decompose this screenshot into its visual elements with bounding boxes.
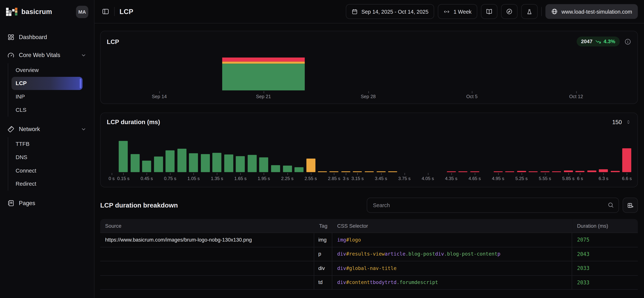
histogram-bar[interactable] xyxy=(494,172,502,172)
histogram-bar[interactable] xyxy=(447,172,456,172)
column-header-duration-ms[interactable]: Duration (ms) xyxy=(572,219,638,232)
column-settings-button[interactable] xyxy=(623,198,638,213)
sidebar-toggle-button[interactable] xyxy=(102,8,109,15)
histogram-bar[interactable] xyxy=(505,172,514,172)
sidebar-item-overview[interactable]: Overview xyxy=(12,63,82,76)
histogram-bar[interactable] xyxy=(224,154,233,172)
cell-duration: 2043 xyxy=(572,247,638,261)
histogram-bar[interactable] xyxy=(166,150,174,172)
histogram-bar[interactable] xyxy=(611,171,620,172)
bucket-count-stepper[interactable]: 150 xyxy=(612,118,631,125)
histogram-bar[interactable] xyxy=(119,141,128,172)
stacked-bar[interactable] xyxy=(222,58,305,90)
histogram-bar[interactable] xyxy=(294,167,304,172)
histogram-bar[interactable] xyxy=(587,170,596,172)
x-tick-label: 0.45 s xyxy=(140,176,153,181)
column-header-tag[interactable]: Tag xyxy=(314,219,332,232)
column-header-source[interactable]: Source xyxy=(100,219,314,232)
histogram-bar[interactable] xyxy=(365,172,374,172)
histogram-bar[interactable] xyxy=(470,172,479,172)
histogram-bar[interactable] xyxy=(564,170,573,172)
x-tick-label: Sep 21 xyxy=(256,94,271,99)
content: LCP 2047 4.3% Sep 14Sep 21Sep 28Oct 5Oct… xyxy=(94,23,644,290)
info-icon[interactable] xyxy=(624,38,631,45)
sidebar-item-pages[interactable]: Pages xyxy=(0,196,94,210)
sidebar-item-inp[interactable]: INP xyxy=(12,90,82,103)
sidebar-item-redirect[interactable]: Redirect xyxy=(12,177,82,190)
histogram-bar[interactable] xyxy=(189,153,198,172)
chevron-down-icon xyxy=(80,52,87,58)
sidebar-item-dashboard[interactable]: Dashboard xyxy=(0,30,94,44)
histogram-bar[interactable] xyxy=(318,172,327,172)
host-selector[interactable]: www.load-test-simulation.com xyxy=(546,4,638,19)
histogram-bar[interactable] xyxy=(353,172,362,172)
histogram-bar[interactable] xyxy=(517,171,526,172)
sidebar-item-label: TTFB xyxy=(16,141,30,147)
histogram-bar[interactable] xyxy=(552,172,561,172)
selector-token: div xyxy=(337,280,346,285)
histogram-bar[interactable] xyxy=(271,165,280,172)
user-location-button[interactable] xyxy=(521,4,538,19)
main-area: LCP Sep 14, 2025 - Oct 14, 2025 1 Week w… xyxy=(94,0,644,298)
x-tick-label: 0.75 s xyxy=(164,176,176,181)
cell-tag: div xyxy=(314,261,332,275)
histogram-bar[interactable] xyxy=(341,172,350,172)
compass-button[interactable] xyxy=(501,4,518,19)
sidebar-item-core-web-vitals[interactable]: Core Web Vitals xyxy=(0,48,94,62)
date-range-button[interactable]: Sep 14, 2025 - Oct 14, 2025 xyxy=(346,4,434,19)
compass-icon xyxy=(506,8,512,15)
selector-token: .forumdescript xyxy=(396,280,438,285)
chevrons-up-down-icon xyxy=(626,119,631,125)
histogram-bar[interactable] xyxy=(283,166,292,172)
selector-token: #content xyxy=(346,280,370,285)
histogram-bar[interactable] xyxy=(599,170,608,172)
selector-token: .blog-post-content xyxy=(444,251,498,257)
histogram-bar[interactable] xyxy=(154,156,163,172)
histogram-bar[interactable] xyxy=(306,158,315,172)
histogram-bar[interactable] xyxy=(248,155,256,172)
histogram-bar[interactable] xyxy=(201,154,210,172)
x-tick-label: Oct 12 xyxy=(569,94,583,99)
histogram-bar[interactable] xyxy=(236,156,245,172)
histogram-bar[interactable] xyxy=(529,171,538,172)
histogram-bar[interactable] xyxy=(540,171,550,172)
histogram-bar[interactable] xyxy=(212,153,222,172)
histogram-bar[interactable] xyxy=(576,171,584,172)
sidebar-item-connect[interactable]: Connect xyxy=(12,164,82,177)
docs-button[interactable] xyxy=(481,4,498,19)
histogram-bar[interactable] xyxy=(260,158,268,172)
bucket-count-value: 150 xyxy=(612,118,622,125)
histogram-bar[interactable] xyxy=(622,148,631,172)
column-header-css-selector[interactable]: CSS Selector xyxy=(332,219,572,232)
cell-css-selector: img#logo xyxy=(332,232,572,247)
sidebar-item-cls[interactable]: CLS xyxy=(12,104,82,117)
histogram-bar[interactable] xyxy=(458,172,468,172)
sidebar-item-label: DNS xyxy=(16,154,28,160)
bar-segment-good xyxy=(222,64,305,90)
sidebar-item-network[interactable]: Network xyxy=(0,122,94,136)
avatar[interactable]: MA xyxy=(76,6,88,18)
lcp-histogram-chart[interactable]: 0 s0.15 s0.45 s0.75 s1.05 s1.35 s1.65 s1… xyxy=(106,131,630,172)
histogram-bar[interactable] xyxy=(130,154,140,172)
x-tick xyxy=(451,173,452,175)
sidebar-item-lcp[interactable]: LCP xyxy=(12,77,82,90)
histogram-bar[interactable] xyxy=(330,171,339,172)
sidebar-item-dns[interactable]: DNS xyxy=(12,150,82,164)
x-tick-label: 1.95 s xyxy=(258,176,270,181)
trending-down-icon xyxy=(595,38,601,44)
x-tick xyxy=(311,173,311,175)
lcp-trend-chart[interactable]: Sep 14Sep 21Sep 28Oct 5Oct 12 xyxy=(106,47,630,90)
x-tick xyxy=(217,173,217,175)
search-input[interactable] xyxy=(367,198,619,213)
x-tick xyxy=(147,173,147,175)
period-button[interactable]: 1 Week xyxy=(438,4,477,19)
sidebar-item-ttfb[interactable]: TTFB xyxy=(12,137,82,150)
histogram-bar[interactable] xyxy=(177,149,186,172)
x-tick-label: Sep 14 xyxy=(152,94,167,99)
x-tick-label: 3.15 s xyxy=(351,176,364,181)
histogram-bar[interactable] xyxy=(142,160,151,172)
histogram-bar[interactable] xyxy=(376,172,385,172)
topbar-actions: Sep 14, 2025 - Oct 14, 2025 1 Week www.l… xyxy=(346,4,638,19)
x-tick-label: 5.85 s xyxy=(562,176,574,181)
histogram-bar[interactable] xyxy=(388,172,397,172)
